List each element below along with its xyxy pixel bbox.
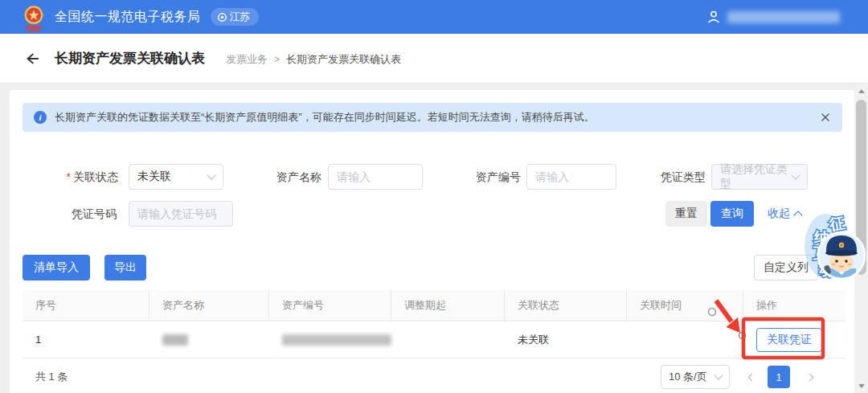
region-label: 江苏 xyxy=(230,10,251,24)
redacted-asset-name xyxy=(162,334,188,346)
col-status: 关联状态 xyxy=(505,290,627,321)
asset-code-label: 资产编号 xyxy=(440,164,521,190)
breadcrumb-separator: > xyxy=(274,54,280,65)
scrollbar-down-arrow[interactable] xyxy=(854,380,868,391)
banner-text: 长期资产关联的凭证数据关联至“长期资产原值明细表”，可能存在同步时间延迟。若短时… xyxy=(55,110,595,125)
scrollbar-up-arrow[interactable] xyxy=(854,85,868,96)
asset-name-input[interactable] xyxy=(328,164,423,190)
col-action: 操作 xyxy=(743,290,845,321)
voucher-type-label: 凭证类型 xyxy=(625,164,706,190)
collapse-label: 收起 xyxy=(768,207,790,221)
voucher-no-label: 凭证号码 xyxy=(23,201,117,227)
breadcrumb-current: 长期资产发票关联确认表 xyxy=(286,52,401,67)
voucher-no-input xyxy=(129,201,233,227)
tax-interaction-mascot[interactable]: 征 纳 互 动 xyxy=(804,209,868,291)
redacted-asset-code xyxy=(282,334,391,346)
region-badge[interactable]: 江苏 xyxy=(211,8,259,26)
page: 全国统一规范电子税务局 江苏 长期资产发票关联确认表 发票业务 > 长期资产发票… xyxy=(0,0,868,393)
content-card: i 长期资产关联的凭证数据关联至“长期资产原值明细表”，可能存在同步时间延迟。若… xyxy=(10,90,855,393)
page-title: 长期资产发票关联确认表 xyxy=(55,49,205,68)
page-size-value: 10 条/页 xyxy=(669,370,707,384)
app-header: 全国统一规范电子税务局 江苏 xyxy=(0,0,868,34)
associate-voucher-button[interactable]: 关联凭证 xyxy=(756,328,822,352)
cell-assoc-time xyxy=(627,321,743,358)
app-title: 全国统一规范电子税务局 xyxy=(55,9,201,26)
breadcrumb-bar: 长期资产发票关联确认表 发票业务 > 长期资产发票关联确认表 xyxy=(0,34,868,84)
banner-close-icon[interactable] xyxy=(820,112,831,123)
cell-asset-name xyxy=(149,321,269,358)
chevron-left-icon xyxy=(747,373,755,381)
mascot-char-1: 征 xyxy=(827,214,845,233)
cell-action: 关联凭证 xyxy=(743,321,845,358)
voucher-type-placeholder: 请选择凭证类型 xyxy=(720,162,792,191)
table-footer: 共 1 条 10 条/页 1 xyxy=(10,363,845,391)
col-asset-name: 资产名称 xyxy=(149,290,269,321)
cell-index: 1 xyxy=(23,321,149,358)
col-assoc-time: 关联时间 xyxy=(627,290,743,321)
triangle-up-icon xyxy=(858,89,865,93)
back-button[interactable] xyxy=(24,51,40,67)
mascot-avatar xyxy=(818,232,865,280)
chevron-down-icon xyxy=(791,170,800,179)
reset-button[interactable]: 重置 xyxy=(665,201,707,227)
asset-code-input[interactable] xyxy=(526,164,616,190)
asset-name-label: 资产名称 xyxy=(241,164,321,190)
header-user-area[interactable] xyxy=(706,0,840,34)
location-pin-icon xyxy=(217,12,227,23)
triangle-down-icon xyxy=(858,384,865,388)
page-size-select[interactable]: 10 条/页 xyxy=(661,365,730,389)
import-button[interactable]: 清单导入 xyxy=(23,255,90,280)
table-header: 序号 资产名称 资产编号 调整期起 关联状态 关联时间 操作 xyxy=(23,290,845,321)
voucher-type-select: 请选择凭证类型 xyxy=(711,164,808,190)
col-asset-code: 资产编号 xyxy=(269,290,391,321)
chevron-right-icon xyxy=(805,373,813,381)
col-adjust-period: 调整期起 xyxy=(391,290,505,321)
table-row: 1 未关联 关联凭证 xyxy=(23,321,845,358)
breadcrumb: 发票业务 > 长期资产发票关联确认表 xyxy=(226,52,401,67)
chevron-down-icon xyxy=(714,370,723,379)
user-icon xyxy=(706,10,721,24)
status-select[interactable]: 未关联 xyxy=(129,164,223,190)
cell-adjust-period xyxy=(391,321,505,358)
cell-status: 未关联 xyxy=(505,321,627,358)
query-button[interactable]: 查询 xyxy=(710,201,754,227)
total-count: 共 1 条 xyxy=(35,363,68,391)
info-icon: i xyxy=(34,111,47,124)
breadcrumb-parent[interactable]: 发票业务 xyxy=(226,52,268,67)
col-index: 序号 xyxy=(23,290,149,321)
next-page-button[interactable] xyxy=(800,366,818,388)
status-select-value: 未关联 xyxy=(137,170,171,184)
redacted-username xyxy=(727,11,840,23)
chevron-up-icon xyxy=(793,211,802,219)
export-button[interactable]: 导出 xyxy=(104,255,146,280)
collapse-link[interactable]: 收起 xyxy=(768,201,801,227)
prev-page-button[interactable] xyxy=(743,366,760,388)
info-banner: i 长期资产关联的凭证数据关联至“长期资产原值明细表”，可能存在同步时间延迟。若… xyxy=(23,103,842,132)
tax-bureau-logo xyxy=(21,5,47,34)
assets-table: 序号 资产名称 资产编号 调整期起 关联状态 关联时间 操作 1 未关联 关联凭… xyxy=(23,290,845,358)
status-label: *关联状态 xyxy=(23,164,118,190)
chevron-down-icon xyxy=(207,170,215,179)
cell-asset-code xyxy=(269,321,391,358)
required-asterisk: * xyxy=(67,170,71,183)
page-number-1[interactable]: 1 xyxy=(768,366,790,388)
